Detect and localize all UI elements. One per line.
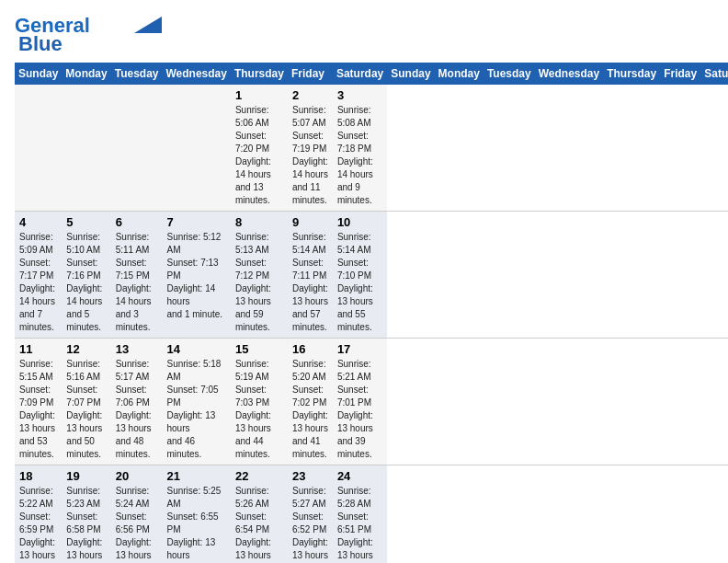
day-detail: Sunrise: 5:06 AM Sunset: 7:20 PM Dayligh…	[235, 104, 283, 207]
calendar-cell: 4Sunrise: 5:09 AM Sunset: 7:17 PM Daylig…	[15, 212, 62, 339]
calendar-cell: 20Sunrise: 5:24 AM Sunset: 6:56 PM Dayli…	[111, 465, 163, 563]
day-detail: Sunrise: 5:12 AM Sunset: 7:13 PM Dayligh…	[166, 231, 225, 321]
calendar-cell: 17Sunrise: 5:21 AM Sunset: 7:01 PM Dayli…	[333, 339, 387, 465]
day-number: 13	[116, 342, 158, 356]
day-number: 14	[166, 342, 225, 356]
col-header-wednesday: Wednesday	[535, 63, 603, 85]
calendar-cell: 18Sunrise: 5:22 AM Sunset: 6:59 PM Dayli…	[15, 465, 62, 563]
day-number: 19	[66, 469, 106, 483]
calendar-cell: 15Sunrise: 5:19 AM Sunset: 7:03 PM Dayli…	[231, 339, 288, 465]
day-number: 15	[235, 342, 283, 356]
day-detail: Sunrise: 5:08 AM Sunset: 7:18 PM Dayligh…	[337, 104, 382, 207]
calendar-cell	[162, 85, 230, 212]
header-friday: Friday	[288, 63, 333, 85]
day-detail: Sunrise: 5:07 AM Sunset: 7:19 PM Dayligh…	[292, 104, 328, 207]
day-number: 4	[19, 215, 57, 229]
calendar-cell: 24Sunrise: 5:28 AM Sunset: 6:51 PM Dayli…	[333, 465, 387, 563]
day-detail: Sunrise: 5:19 AM Sunset: 7:03 PM Dayligh…	[235, 358, 283, 461]
calendar-cell: 21Sunrise: 5:25 AM Sunset: 6:55 PM Dayli…	[162, 465, 230, 563]
day-number: 8	[235, 215, 283, 229]
calendar-cell: 11Sunrise: 5:15 AM Sunset: 7:09 PM Dayli…	[15, 339, 62, 465]
day-number: 3	[337, 88, 382, 102]
day-number: 20	[116, 469, 158, 483]
day-detail: Sunrise: 5:24 AM Sunset: 6:56 PM Dayligh…	[116, 485, 158, 563]
day-number: 22	[235, 469, 283, 483]
svg-marker-0	[134, 17, 162, 33]
day-number: 23	[292, 469, 328, 483]
calendar-cell: 6Sunrise: 5:11 AM Sunset: 7:15 PM Daylig…	[111, 212, 163, 339]
day-number: 17	[337, 342, 382, 356]
calendar-cell: 9Sunrise: 5:14 AM Sunset: 7:11 PM Daylig…	[288, 212, 333, 339]
header-tuesday: Tuesday	[111, 63, 163, 85]
day-detail: Sunrise: 5:10 AM Sunset: 7:16 PM Dayligh…	[66, 231, 106, 334]
day-detail: Sunrise: 5:16 AM Sunset: 7:07 PM Dayligh…	[66, 358, 106, 461]
day-number: 10	[337, 215, 382, 229]
col-header-saturday: Saturday	[700, 63, 728, 85]
day-number: 1	[235, 88, 283, 102]
day-detail: Sunrise: 5:18 AM Sunset: 7:05 PM Dayligh…	[166, 358, 225, 461]
day-number: 21	[166, 469, 225, 483]
calendar-cell: 2Sunrise: 5:07 AM Sunset: 7:19 PM Daylig…	[288, 85, 333, 212]
calendar-cell: 7Sunrise: 5:12 AM Sunset: 7:13 PM Daylig…	[162, 212, 230, 339]
calendar-cell: 14Sunrise: 5:18 AM Sunset: 7:05 PM Dayli…	[162, 339, 230, 465]
calendar-cell	[62, 85, 110, 212]
day-detail: Sunrise: 5:23 AM Sunset: 6:58 PM Dayligh…	[66, 485, 106, 563]
day-detail: Sunrise: 5:09 AM Sunset: 7:17 PM Dayligh…	[19, 231, 57, 334]
calendar-header-row: SundayMondayTuesdayWednesdayThursdayFrid…	[15, 63, 728, 85]
day-detail: Sunrise: 5:25 AM Sunset: 6:55 PM Dayligh…	[166, 485, 225, 563]
day-number: 18	[19, 469, 57, 483]
header-sunday: Sunday	[15, 63, 62, 85]
calendar-cell	[111, 85, 163, 212]
day-detail: Sunrise: 5:14 AM Sunset: 7:11 PM Dayligh…	[292, 231, 328, 334]
day-number: 12	[66, 342, 106, 356]
logo-icon	[134, 17, 162, 33]
day-detail: Sunrise: 5:15 AM Sunset: 7:09 PM Dayligh…	[19, 358, 57, 461]
day-number: 6	[116, 215, 158, 229]
calendar-cell: 13Sunrise: 5:17 AM Sunset: 7:06 PM Dayli…	[111, 339, 163, 465]
col-header-sunday: Sunday	[387, 63, 434, 85]
calendar-cell: 19Sunrise: 5:23 AM Sunset: 6:58 PM Dayli…	[62, 465, 110, 563]
day-number: 5	[66, 215, 106, 229]
calendar-cell: 12Sunrise: 5:16 AM Sunset: 7:07 PM Dayli…	[62, 339, 110, 465]
calendar-cell: 10Sunrise: 5:14 AM Sunset: 7:10 PM Dayli…	[333, 212, 387, 339]
calendar-cell	[15, 85, 62, 212]
calendar-week-3: 11Sunrise: 5:15 AM Sunset: 7:09 PM Dayli…	[15, 339, 728, 465]
day-number: 7	[166, 215, 225, 229]
calendar-table: SundayMondayTuesdayWednesdayThursdayFrid…	[15, 63, 728, 563]
page-header: General Blue	[15, 15, 713, 55]
day-detail: Sunrise: 5:26 AM Sunset: 6:54 PM Dayligh…	[235, 485, 283, 563]
calendar-cell: 3Sunrise: 5:08 AM Sunset: 7:18 PM Daylig…	[333, 85, 387, 212]
day-number: 9	[292, 215, 328, 229]
day-number: 16	[292, 342, 328, 356]
col-header-thursday: Thursday	[603, 63, 660, 85]
day-detail: Sunrise: 5:13 AM Sunset: 7:12 PM Dayligh…	[235, 231, 283, 334]
calendar-cell: 22Sunrise: 5:26 AM Sunset: 6:54 PM Dayli…	[231, 465, 288, 563]
calendar-cell: 23Sunrise: 5:27 AM Sunset: 6:52 PM Dayli…	[288, 465, 333, 563]
calendar-week-1: 1Sunrise: 5:06 AM Sunset: 7:20 PM Daylig…	[15, 85, 728, 212]
calendar-week-2: 4Sunrise: 5:09 AM Sunset: 7:17 PM Daylig…	[15, 212, 728, 339]
calendar-cell: 1Sunrise: 5:06 AM Sunset: 7:20 PM Daylig…	[231, 85, 288, 212]
day-number: 2	[292, 88, 328, 102]
logo-blue-text: Blue	[18, 32, 63, 55]
day-detail: Sunrise: 5:17 AM Sunset: 7:06 PM Dayligh…	[116, 358, 158, 461]
calendar-cell: 5Sunrise: 5:10 AM Sunset: 7:16 PM Daylig…	[62, 212, 110, 339]
header-saturday: Saturday	[333, 63, 387, 85]
col-header-monday: Monday	[435, 63, 483, 85]
header-monday: Monday	[62, 63, 110, 85]
calendar-week-4: 18Sunrise: 5:22 AM Sunset: 6:59 PM Dayli…	[15, 465, 728, 563]
day-detail: Sunrise: 5:14 AM Sunset: 7:10 PM Dayligh…	[337, 231, 382, 334]
col-header-friday: Friday	[660, 63, 700, 85]
day-detail: Sunrise: 5:28 AM Sunset: 6:51 PM Dayligh…	[337, 485, 382, 563]
day-detail: Sunrise: 5:27 AM Sunset: 6:52 PM Dayligh…	[292, 485, 328, 563]
day-detail: Sunrise: 5:21 AM Sunset: 7:01 PM Dayligh…	[337, 358, 382, 461]
day-number: 24	[337, 469, 382, 483]
calendar-cell: 16Sunrise: 5:20 AM Sunset: 7:02 PM Dayli…	[288, 339, 333, 465]
header-thursday: Thursday	[231, 63, 288, 85]
calendar-cell: 8Sunrise: 5:13 AM Sunset: 7:12 PM Daylig…	[231, 212, 288, 339]
logo: General Blue	[15, 15, 162, 55]
day-number: 11	[19, 342, 57, 356]
day-detail: Sunrise: 5:20 AM Sunset: 7:02 PM Dayligh…	[292, 358, 328, 461]
col-header-tuesday: Tuesday	[483, 63, 535, 85]
day-detail: Sunrise: 5:11 AM Sunset: 7:15 PM Dayligh…	[116, 231, 158, 334]
day-detail: Sunrise: 5:22 AM Sunset: 6:59 PM Dayligh…	[19, 485, 57, 563]
